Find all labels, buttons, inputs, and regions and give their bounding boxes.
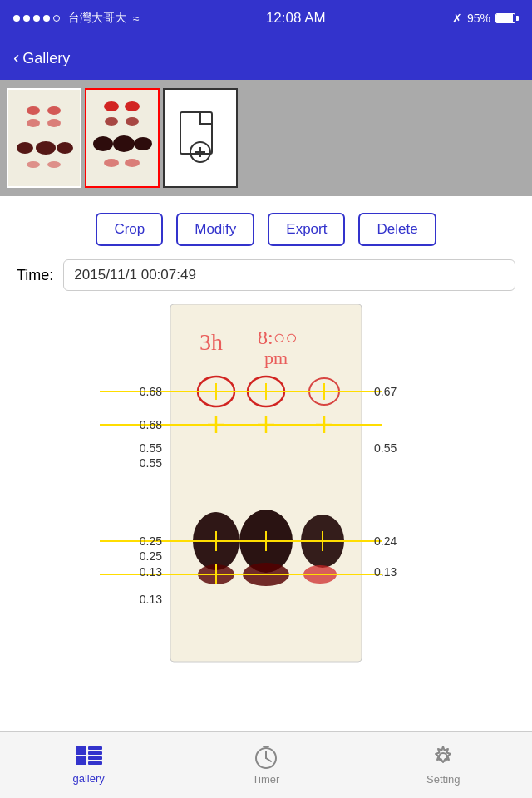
gel-chart: 3h 8:○○ pm (17, 304, 515, 670)
battery-info: ✗ 95% (452, 12, 519, 25)
svg-rect-20 (180, 112, 212, 154)
setting-tab-icon (431, 745, 456, 770)
signal-dot1 (13, 15, 20, 22)
back-chevron-icon: ‹ (13, 49, 19, 67)
timer-tab-label: Timer (253, 773, 280, 786)
setting-tab-label: Setting (426, 773, 460, 786)
svg-rect-63 (88, 751, 102, 755)
svg-point-12 (125, 101, 140, 111)
tab-timer[interactable]: Timer (177, 732, 354, 798)
left-label-0.68b: 0.68 (140, 418, 162, 431)
tab-gallery[interactable]: gallery (0, 732, 177, 798)
svg-point-9 (47, 161, 61, 168)
svg-rect-65 (88, 756, 102, 760)
add-thumbnail-button[interactable] (163, 88, 238, 188)
svg-point-3 (27, 119, 40, 127)
svg-rect-66 (88, 761, 102, 765)
thumbnail-2[interactable] (85, 88, 160, 188)
modify-button[interactable]: Modify (176, 213, 254, 246)
svg-point-19 (125, 159, 140, 167)
left-label-0.13b: 0.13 (140, 593, 162, 606)
svg-rect-0 (8, 90, 80, 186)
bluetooth-icon: ✗ (452, 12, 462, 25)
right-label-0.13: 0.13 (374, 565, 397, 579)
left-label-0.55b: 0.55 (140, 456, 162, 470)
nav-bar: ‹ Gallery (0, 37, 532, 80)
svg-point-71 (439, 753, 447, 761)
svg-point-7 (57, 142, 73, 154)
left-label-0.55a: 0.55 (140, 441, 162, 455)
timer-tab-icon (254, 745, 278, 770)
svg-rect-62 (88, 746, 102, 750)
svg-point-14 (126, 117, 139, 126)
svg-rect-61 (76, 746, 86, 755)
svg-point-2 (47, 106, 61, 115)
svg-rect-64 (76, 756, 86, 765)
tab-bar: gallery Timer Setting (0, 732, 532, 798)
svg-point-8 (27, 161, 40, 168)
chart-area: 3h 8:○○ pm (0, 304, 532, 678)
svg-text:3h: 3h (200, 329, 223, 355)
svg-point-5 (17, 142, 33, 154)
svg-text:pm: pm (264, 347, 288, 368)
status-bar: 台灣大哥大 ≈ 12:08 AM ✗ 95% (0, 0, 532, 37)
signal-dot4 (43, 15, 50, 22)
action-buttons: Crop Modify Export Delete (0, 196, 532, 259)
signal-dot2 (23, 15, 30, 22)
wifi-icon: ≈ (133, 12, 140, 25)
battery-percent: 95% (467, 12, 490, 25)
svg-point-4 (47, 119, 61, 127)
export-button[interactable]: Export (268, 213, 345, 246)
back-button[interactable]: ‹ Gallery (13, 49, 70, 67)
left-label-0.25b: 0.25 (140, 549, 162, 563)
right-label-0.67: 0.67 (374, 385, 397, 398)
battery-icon (495, 13, 519, 23)
add-file-icon (177, 111, 224, 165)
left-label-0.13a: 0.13 (140, 565, 162, 579)
carrier-name: 台灣大哥大 (68, 11, 126, 26)
svg-point-6 (36, 141, 56, 155)
tab-setting[interactable]: Setting (355, 732, 532, 798)
svg-point-11 (104, 101, 119, 111)
back-label: Gallery (22, 50, 70, 67)
svg-point-18 (104, 159, 119, 167)
time-label: Time: (17, 267, 53, 284)
svg-line-69 (266, 758, 271, 761)
gallery-tab-icon (75, 746, 103, 769)
thumbnail-strip (0, 80, 532, 196)
signal-dot3 (33, 15, 40, 22)
carrier-info: 台灣大哥大 ≈ (13, 11, 140, 26)
delete-button[interactable]: Delete (358, 213, 436, 246)
time-row: Time: 2015/11/1 00:07:49 (0, 259, 532, 304)
crop-button[interactable]: Crop (96, 213, 163, 246)
signal-dot5 (53, 15, 60, 22)
gallery-tab-label: gallery (73, 772, 105, 785)
svg-point-15 (93, 136, 113, 151)
svg-point-1 (27, 106, 40, 115)
left-label-0.25a: 0.25 (140, 534, 162, 548)
right-label-0.55: 0.55 (374, 441, 397, 455)
thumbnail-1[interactable] (7, 88, 81, 188)
svg-point-17 (134, 137, 152, 150)
svg-text:8:○○: 8:○○ (258, 327, 298, 348)
svg-point-13 (105, 117, 118, 126)
time-value: 2015/11/1 00:07:49 (63, 259, 515, 291)
svg-point-16 (113, 135, 135, 152)
status-time: 12:08 AM (266, 10, 326, 27)
right-label-0.24: 0.24 (374, 534, 397, 548)
left-label-0.68a: 0.68 (140, 385, 162, 398)
